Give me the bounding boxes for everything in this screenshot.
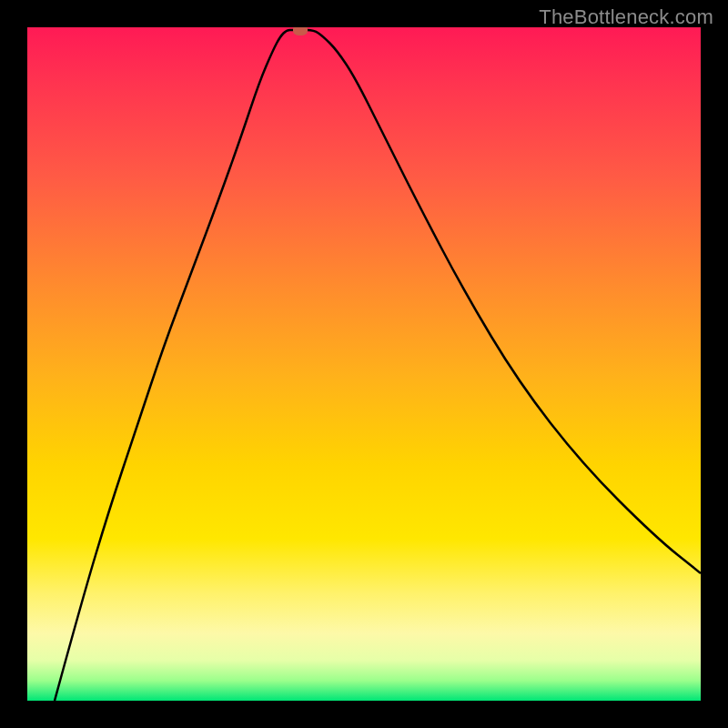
attribution-text: TheBottleneck.com (539, 5, 713, 29)
bottleneck-curve (55, 30, 701, 701)
plot-area (27, 27, 701, 701)
curve-layer (27, 27, 701, 701)
chart-frame: TheBottleneck.com (0, 0, 728, 728)
optimal-marker (293, 27, 308, 35)
